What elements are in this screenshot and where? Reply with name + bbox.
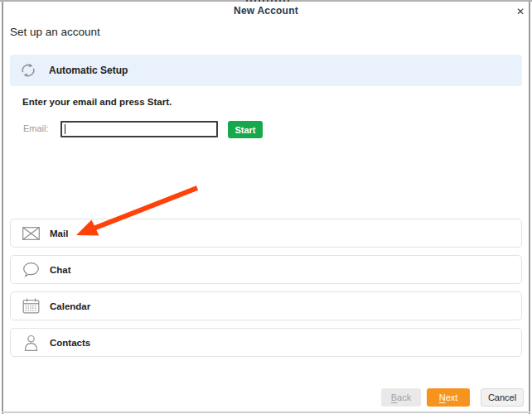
start-button[interactable]: Start xyxy=(228,121,263,138)
next-button[interactable]: Next xyxy=(427,388,470,407)
back-label-rest: ack xyxy=(397,392,411,402)
person-icon xyxy=(22,334,40,351)
email-label: Email: xyxy=(23,123,49,133)
window-left-border xyxy=(2,2,3,414)
background-window-artifact xyxy=(246,0,289,2)
cancel-button[interactable]: Cancel xyxy=(481,388,524,407)
account-type-mail[interactable]: Mail xyxy=(10,219,522,248)
next-label-rest: ext xyxy=(446,392,458,402)
back-accesskey: B xyxy=(391,392,397,402)
account-type-label: Contacts xyxy=(50,338,90,348)
automatic-setup-banner[interactable]: Automatic Setup xyxy=(10,55,522,86)
text-caret xyxy=(65,124,65,134)
back-button[interactable]: Back xyxy=(381,388,421,407)
automatic-setup-label: Automatic Setup xyxy=(49,65,128,76)
instruction-text: Enter your email and press Start. xyxy=(22,97,172,107)
sync-refresh-icon xyxy=(20,62,36,79)
page-title: Set up an account xyxy=(10,26,100,38)
account-type-label: Calendar xyxy=(50,301,90,311)
email-input[interactable] xyxy=(60,121,218,137)
chat-bubble-icon xyxy=(22,261,40,278)
window-bottom-border xyxy=(2,412,530,413)
next-accesskey: N xyxy=(439,392,446,402)
account-type-label: Chat xyxy=(50,265,71,275)
dialog-title: New Account xyxy=(0,5,532,17)
account-type-contacts[interactable]: Contacts xyxy=(10,328,522,357)
account-type-label: Mail xyxy=(50,229,68,238)
account-type-chat[interactable]: Chat xyxy=(10,255,522,284)
mail-envelope-icon xyxy=(22,224,40,242)
close-icon[interactable]: ✕ xyxy=(512,3,529,20)
window-right-border xyxy=(529,2,530,414)
account-type-calendar[interactable]: Calendar xyxy=(10,291,522,320)
calendar-icon xyxy=(22,297,40,315)
